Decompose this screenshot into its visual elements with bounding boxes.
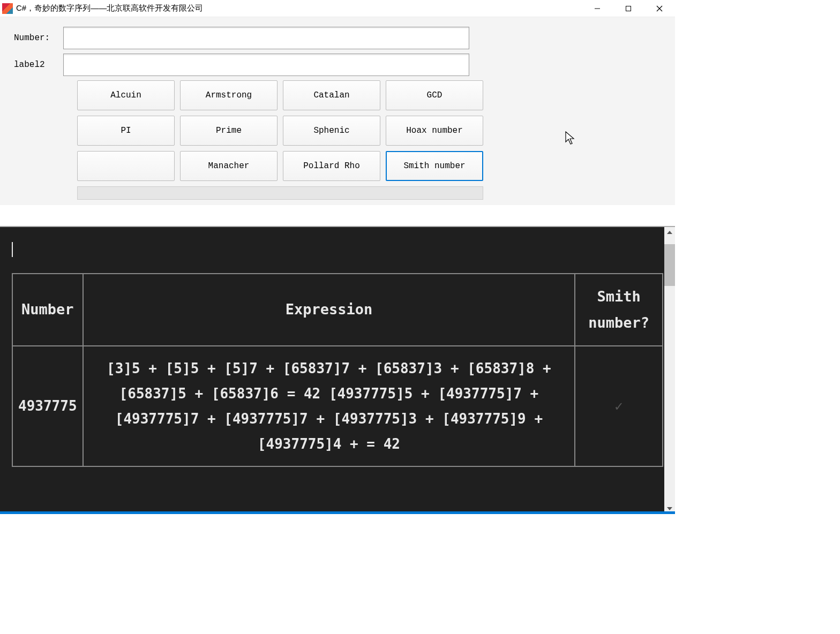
sphenic-button[interactable]: Sphenic (283, 116, 380, 146)
output-content[interactable]: Number Expression Smith number? 4937775 … (0, 227, 675, 514)
col-number: Number (12, 274, 83, 346)
scroll-up-arrow[interactable] (664, 227, 675, 238)
window-controls (582, 0, 675, 17)
hoax-number-button[interactable]: Hoax number (386, 116, 483, 146)
close-button[interactable] (644, 0, 675, 17)
cell-expression: [3]5 + [5]5 + [5]7 + [65837]7 + [65837]3… (83, 346, 575, 466)
window-titlebar: C#，奇妙的数字序列——北京联高软件开发有限公司 (0, 0, 675, 17)
form-area: Number: label2 Alcuin Armstrong Catalan … (0, 17, 675, 205)
window-title: C#，奇妙的数字序列——北京联高软件开发有限公司 (16, 3, 582, 13)
number-input[interactable] (63, 27, 469, 49)
col-smith: Smith number? (575, 274, 663, 346)
label2-label: label2 (10, 60, 63, 70)
cell-smith: ✓ (575, 346, 663, 466)
svg-marker-5 (667, 507, 672, 510)
catalan-button[interactable]: Catalan (283, 80, 380, 110)
gcd-button[interactable]: GCD (386, 80, 483, 110)
pi-button[interactable]: PI (77, 116, 175, 146)
armstrong-button[interactable]: Armstrong (180, 80, 278, 110)
number-label: Number: (10, 33, 63, 43)
smith-number-button[interactable]: Smith number (386, 151, 483, 181)
alcuin-button[interactable]: Alcuin (77, 80, 175, 110)
bottom-edge (0, 511, 675, 514)
check-icon: ✓ (614, 398, 623, 414)
result-table: Number Expression Smith number? 4937775 … (12, 273, 663, 467)
manacher-button[interactable]: Manacher (180, 151, 278, 181)
table-row: 4937775 [3]5 + [5]5 + [5]7 + [65837]7 + … (12, 346, 663, 466)
svg-rect-1 (626, 6, 631, 11)
prime-button[interactable]: Prime (180, 116, 278, 146)
button-grid: Alcuin Armstrong Catalan GCD PI Prime Sp… (77, 80, 665, 181)
minimize-button[interactable] (582, 0, 613, 17)
scrollbar-track[interactable] (664, 227, 675, 514)
col-expression: Expression (83, 274, 575, 346)
app-icon (2, 3, 13, 14)
text-cursor (12, 242, 13, 257)
label2-input[interactable] (63, 54, 469, 76)
svg-marker-4 (667, 231, 672, 234)
cell-number: 4937775 (12, 346, 83, 466)
progress-bar (77, 186, 483, 200)
empty-button[interactable] (77, 151, 175, 181)
maximize-button[interactable] (613, 0, 644, 17)
scrollbar-thumb[interactable] (664, 244, 675, 286)
pollard-rho-button[interactable]: Pollard Rho (283, 151, 380, 181)
output-panel: Number Expression Smith number? 4937775 … (0, 226, 675, 514)
